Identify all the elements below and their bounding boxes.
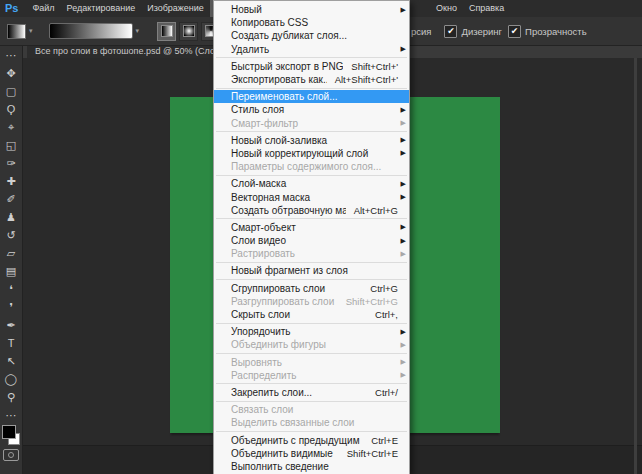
radial-gradient-button[interactable] bbox=[179, 22, 198, 41]
menu-item-label: Смарт-объект bbox=[231, 222, 398, 233]
menu-item-label: Выделить связанные слои bbox=[231, 417, 398, 428]
menu-item-новый[interactable]: Новый▶ bbox=[214, 3, 409, 16]
type-tool-icon[interactable]: T bbox=[0, 334, 22, 352]
linear-gradient-button[interactable] bbox=[157, 22, 176, 41]
healing-brush-tool-icon[interactable]: ✚ bbox=[0, 172, 22, 190]
menu-separator bbox=[216, 57, 407, 58]
menu-item-объединить-с-предыдущим[interactable]: Объединить с предыдущимCtrl+E bbox=[214, 433, 409, 446]
menu-item-переименовать-слой-[interactable]: Переименовать слой... bbox=[214, 90, 409, 103]
menu-окно[interactable]: Окно bbox=[430, 0, 463, 17]
menu-редактирование[interactable]: Редактирование bbox=[61, 0, 142, 17]
toolbar-handle-icon[interactable]: ⋯ bbox=[0, 46, 22, 64]
menu-item-параметры-содержимого-слоя-: Параметры содержимого слоя... bbox=[214, 160, 409, 173]
foreground-color-swatch[interactable] bbox=[2, 425, 16, 439]
menu-item-label: Смарт-фильтр bbox=[231, 118, 398, 129]
menu-справка[interactable]: Справка bbox=[463, 0, 510, 17]
clone-stamp-tool-icon[interactable]: ♟ bbox=[0, 208, 22, 226]
menu-item-новый-корректирующий-слой[interactable]: Новый корректирующий слой▶ bbox=[214, 147, 409, 160]
menu-item-label: Объединить фигуры bbox=[231, 339, 398, 350]
chevron-down-icon[interactable]: ▾ bbox=[29, 27, 33, 35]
tool-preset-gradient-icon[interactable] bbox=[7, 24, 26, 39]
menu-файл[interactable]: Файл bbox=[26, 0, 60, 17]
color-swatches[interactable] bbox=[2, 425, 20, 445]
menu-separator bbox=[216, 131, 407, 132]
gradient-tool-icon[interactable]: ▤ bbox=[0, 262, 22, 280]
menu-item-новый-фрагмент-из-слоя[interactable]: Новый фрагмент из слоя bbox=[214, 264, 409, 277]
submenu-arrow-icon: ▶ bbox=[398, 358, 406, 366]
menu-separator bbox=[216, 88, 407, 89]
menu-item-скрыть-слои[interactable]: Скрыть слоиCtrl+, bbox=[214, 308, 409, 321]
quick-mask-icon[interactable] bbox=[3, 449, 19, 461]
menu-item-создать-обтравочную-маску[interactable]: Создать обтравочную маскуAlt+Ctrl+G bbox=[214, 204, 409, 217]
menu-separator bbox=[216, 383, 407, 384]
menu-item-label: Слой-маска bbox=[231, 178, 398, 189]
panel-edge-divider bbox=[634, 58, 637, 474]
shape-tool-icon[interactable]: ◯ bbox=[0, 370, 22, 388]
menu-separator bbox=[216, 175, 407, 176]
menu-item-быстрый-экспорт-в-png[interactable]: Быстрый экспорт в PNGShift+Ctrl+' bbox=[214, 60, 409, 73]
menu-item-объединить-видимые[interactable]: Объединить видимыеShift+Ctrl+E bbox=[214, 447, 409, 460]
submenu-arrow-icon: ▶ bbox=[398, 371, 406, 379]
menu-item-label: Скрыть слои bbox=[231, 309, 367, 320]
menu-separator bbox=[216, 401, 407, 402]
menu-item-shortcut: Shift+Ctrl+E bbox=[347, 448, 398, 459]
move-tool-icon[interactable]: ✥ bbox=[0, 64, 22, 82]
menu-item-label: Растрировать bbox=[231, 248, 398, 259]
menu-item-векторная-маска[interactable]: Векторная маска▶ bbox=[214, 190, 409, 203]
crop-tool-icon[interactable]: ◱ bbox=[0, 136, 22, 154]
submenu-arrow-icon: ▶ bbox=[398, 106, 406, 114]
path-selection-tool-icon[interactable]: ↖ bbox=[0, 352, 22, 370]
blur-tool-icon[interactable]: ❜ bbox=[0, 298, 22, 316]
menu-separator bbox=[216, 279, 407, 280]
menu-item-закрепить-слои-[interactable]: Закрепить слои...Ctrl+/ bbox=[214, 386, 409, 399]
history-brush-tool-icon[interactable]: ↺ bbox=[0, 226, 22, 244]
menu-item-копировать-css[interactable]: Копировать CSS bbox=[214, 16, 409, 29]
menu-item-label: Параметры содержимого слоя... bbox=[231, 161, 398, 172]
submenu-arrow-icon: ▶ bbox=[398, 136, 406, 144]
menu-item-сгруппировать-слои[interactable]: Сгруппировать слоиCtrl+G bbox=[214, 282, 409, 295]
menu-item-удалить[interactable]: Удалить▶ bbox=[214, 43, 409, 56]
submenu-arrow-icon: ▶ bbox=[398, 149, 406, 157]
eyedropper-tool-icon[interactable]: ✑ bbox=[0, 154, 22, 172]
menu-item-shortcut: Ctrl+/ bbox=[375, 387, 398, 398]
tools-panel: ⋯✥▢Ϙ⌖◱✑✚✐♟↺▱▤❛❜✒T↖◯⚲⋯ bbox=[0, 45, 23, 474]
menu-item-упорядочить[interactable]: Упорядочить▶ bbox=[214, 325, 409, 338]
menu-item-объединить-фигуры: Объединить фигуры▶ bbox=[214, 338, 409, 351]
menu-изображение[interactable]: Изображение bbox=[141, 0, 210, 17]
zoom-tool-icon[interactable]: ⚲ bbox=[0, 388, 22, 406]
submenu-arrow-icon: ▶ bbox=[398, 328, 406, 336]
menu-item-label: Экспортировать как... bbox=[231, 74, 327, 85]
menu-item-создать-дубликат-слоя-[interactable]: Создать дубликат слоя... bbox=[214, 29, 409, 42]
more-options-icon[interactable]: ⋯ bbox=[0, 406, 22, 424]
quick-selection-tool-icon[interactable]: ⌖ bbox=[0, 118, 22, 136]
pen-tool-icon[interactable]: ✒ bbox=[0, 316, 22, 334]
menu-item-смарт-объект[interactable]: Смарт-объект▶ bbox=[214, 221, 409, 234]
menu-item-shortcut: Ctrl+, bbox=[375, 309, 398, 320]
submenu-arrow-icon: ▶ bbox=[398, 341, 406, 349]
submenu-arrow-icon: ▶ bbox=[398, 6, 406, 14]
menu-item-слои-видео[interactable]: Слои видео▶ bbox=[214, 234, 409, 247]
chevron-down-icon[interactable]: ▾ bbox=[136, 27, 140, 35]
menubar-items-left: ФайлРедактированиеИзображениеСлои bbox=[26, 0, 243, 17]
eraser-tool-icon[interactable]: ▱ bbox=[0, 244, 22, 262]
lasso-tool-icon[interactable]: Ϙ bbox=[0, 100, 22, 118]
brush-tool-icon[interactable]: ✐ bbox=[0, 190, 22, 208]
marquee-tool-icon[interactable]: ▢ bbox=[0, 82, 22, 100]
menu-item-стиль-слоя[interactable]: Стиль слоя▶ bbox=[214, 103, 409, 116]
menu-item-label: Удалить bbox=[231, 44, 398, 55]
checkbox-прозрачность[interactable]: ✔ bbox=[508, 25, 521, 38]
menu-item-слой-маска[interactable]: Слой-маска▶ bbox=[214, 177, 409, 190]
menu-item-label: Новый слой-заливка bbox=[231, 135, 398, 146]
menu-item-выполнить-сведение[interactable]: Выполнить сведение bbox=[214, 460, 409, 473]
menu-item-label: Распределить bbox=[231, 370, 398, 381]
gradient-preview[interactable] bbox=[49, 23, 133, 39]
submenu-arrow-icon: ▶ bbox=[398, 180, 406, 188]
menu-item-экспортировать-как-[interactable]: Экспортировать как...Alt+Shift+Ctrl+' bbox=[214, 73, 409, 86]
checkbox-дизеринг[interactable]: ✔ bbox=[444, 25, 457, 38]
dodge-tool-icon[interactable]: ❛ bbox=[0, 280, 22, 298]
menu-item-новый-слой-заливка[interactable]: Новый слой-заливка▶ bbox=[214, 134, 409, 147]
menu-item-label: Слои видео bbox=[231, 235, 398, 246]
menu-item-label: Стиль слоя bbox=[231, 104, 398, 115]
options-bar-right: рсия ✔Дизеринг✔Прозрачность bbox=[411, 17, 587, 45]
menu-item-label: Разгруппировать слои bbox=[231, 296, 338, 307]
